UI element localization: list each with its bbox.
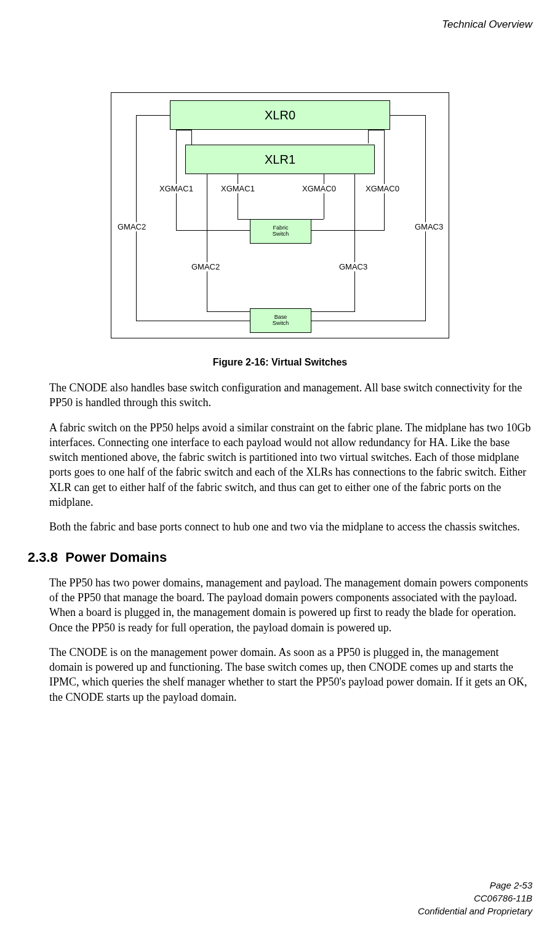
gmac3-inner-label: GMAC3 <box>339 262 367 271</box>
gmac3-outer-label: GMAC3 <box>415 222 443 231</box>
footer-docid: CC06786-11B <box>418 892 532 905</box>
xlr1-box: XLR1 <box>185 145 375 174</box>
paragraph-1: The CNODE also handles base switch confi… <box>49 380 532 410</box>
xgmac0-outer-label: XGMAC0 <box>366 184 399 193</box>
line <box>176 130 191 130</box>
virtual-switches-diagram: XLR0 XLR1 Fabric Switch Base Switch XGMA… <box>111 92 449 338</box>
base-label-2: Switch <box>273 321 289 327</box>
base-switch-box: Base Switch <box>250 308 311 333</box>
line <box>191 143 192 145</box>
line <box>311 230 385 231</box>
paragraph-3: Both the fabric and base ports connect t… <box>49 519 532 534</box>
fabric-label-2: Switch <box>273 231 289 238</box>
line <box>176 230 250 231</box>
xgmac1-inner-label: XGMAC1 <box>221 184 255 193</box>
line <box>369 130 384 130</box>
footer-page: Page 2-53 <box>418 879 532 892</box>
gmac2-outer-label: GMAC2 <box>118 222 146 231</box>
figure-caption: Figure 2-16: Virtual Switches <box>28 357 532 368</box>
xgmac0-inner-label: XGMAC0 <box>302 184 336 193</box>
line <box>176 130 177 230</box>
line <box>311 321 426 321</box>
line <box>311 311 355 312</box>
line <box>425 115 426 321</box>
line <box>324 174 324 219</box>
line <box>207 174 207 311</box>
footer-confidential: Confidential and Proprietary <box>418 905 532 917</box>
line <box>368 130 369 143</box>
section-paragraph-2: The CNODE is on the management power dom… <box>49 645 532 705</box>
gmac2-inner-label: GMAC2 <box>191 262 220 271</box>
section-paragraph-1: The PP50 has two power domains, manageme… <box>49 575 532 635</box>
line <box>136 115 170 116</box>
line <box>238 219 250 220</box>
line <box>311 219 324 220</box>
line <box>136 321 250 321</box>
section-title: Power Domains <box>65 549 167 565</box>
section-heading-power-domains: 2.3.8 Power Domains <box>28 549 532 565</box>
header-section-title: Technical Overview <box>28 18 532 31</box>
line <box>390 115 425 116</box>
line <box>136 115 137 321</box>
line <box>191 130 192 143</box>
line <box>207 311 250 312</box>
xlr0-box: XLR0 <box>170 100 390 130</box>
paragraph-2: A fabric switch on the PP50 helps avoid … <box>49 420 532 510</box>
page-footer: Page 2-53 CC06786-11B Confidential and P… <box>418 879 532 917</box>
line <box>384 130 385 230</box>
fabric-switch-box: Fabric Switch <box>250 219 311 244</box>
line <box>354 174 355 311</box>
xgmac1-outer-label: XGMAC1 <box>159 184 193 193</box>
line <box>238 174 238 219</box>
section-number: 2.3.8 <box>28 549 58 565</box>
